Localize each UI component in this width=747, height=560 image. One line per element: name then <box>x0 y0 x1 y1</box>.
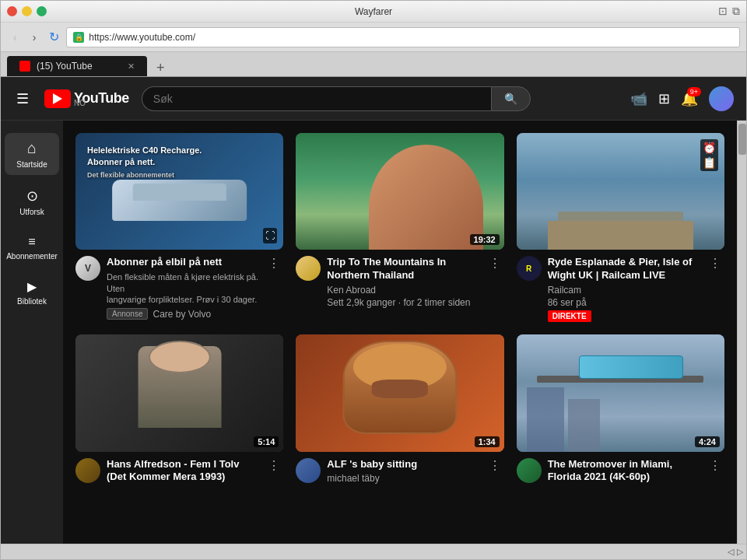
home-icon: ⌂ <box>27 139 37 157</box>
video-meta-3: 86 ser på <box>548 297 700 308</box>
maximize-button[interactable] <box>37 6 47 16</box>
video-duration-2: 19:32 <box>470 234 500 245</box>
video-card-1[interactable]: Helelektriske C40 Recharge.Abonner på ne… <box>75 133 283 322</box>
notifications-button[interactable]: 🔔 9+ <box>681 90 698 107</box>
channel-avatar-4 <box>75 458 100 483</box>
video-title-4: Hans Alfredson - Fem I Tolv (Det Kommer … <box>107 458 258 485</box>
minimize-button[interactable] <box>22 6 32 16</box>
channel-avatar-3: R <box>517 256 542 281</box>
expand-icon: ⛶ <box>263 228 277 243</box>
video-title-1: Abonner på elbil på nett <box>107 256 258 269</box>
playlist-icon[interactable]: 📋 <box>703 156 716 169</box>
video-more-button-6[interactable]: ⋮ <box>706 458 724 473</box>
sidebar-label-library: Bibliotek <box>17 297 47 306</box>
search-button[interactable]: 🔍 <box>491 86 531 111</box>
channel-avatar-2 <box>296 256 321 281</box>
new-tab-button[interactable]: + <box>150 60 171 76</box>
search-container: 🔍 <box>142 86 531 111</box>
live-badge: DIREKTE <box>548 310 591 322</box>
url-bar[interactable]: 🔒 https://www.youtube.com/ <box>66 27 740 47</box>
video-desc-1: Den fleksible måten å kjøre elektrisk på… <box>107 271 258 305</box>
video-title-5: ALF 's baby sitting <box>327 458 479 471</box>
ad-badge: Annonse <box>107 308 148 320</box>
browser-content: ☰ YouTube NO 🔍 📹 ⊞ <box>1 77 746 544</box>
apps-button[interactable]: ⊞ <box>658 90 670 107</box>
menu-button[interactable]: ☰ <box>13 87 32 110</box>
video-thumb-5: 1:34 <box>296 334 503 451</box>
ssl-icon: 🔒 <box>73 32 84 43</box>
close-button[interactable] <box>7 6 17 16</box>
video-more-button-2[interactable]: ⋮ <box>486 256 504 271</box>
video-card-5[interactable]: 1:34 ALF 's baby sitting michael täby ⋮ <box>296 334 503 486</box>
bottom-bar: ◁ ▷ <box>1 544 746 559</box>
scrollbar-right[interactable] <box>737 121 746 544</box>
sidebar-label-home: Startside <box>16 160 47 169</box>
video-card-6[interactable]: 4:24 The Metromover in Miami, Florida 20… <box>517 334 724 486</box>
tab-bar: (15) YouTube ✕ + <box>1 52 746 77</box>
play-icon <box>53 93 62 104</box>
metro-train <box>579 355 683 379</box>
explore-icon: ⊙ <box>26 187 38 205</box>
active-tab[interactable]: (15) YouTube ✕ <box>7 56 147 76</box>
scroll-right-button[interactable]: ▷ <box>737 547 743 557</box>
library-icon: ▶ <box>27 279 37 294</box>
alf-face <box>353 344 447 390</box>
window-control-icon: ⊡ <box>718 5 728 18</box>
notification-badge: 9+ <box>687 87 701 96</box>
clock-icon[interactable]: ⏰ <box>703 142 716 154</box>
pier-structure <box>558 212 682 221</box>
forward-button[interactable]: › <box>26 27 43 47</box>
video-title-6: The Metromover in Miami, Florida 2021 (4… <box>548 458 700 485</box>
video-card-3[interactable]: ⏰ 📋 R Ryde Esplanade & Pier, Isle of Wig… <box>517 133 724 322</box>
video-info-6: The Metromover in Miami, Florida 2021 (4… <box>517 458 724 487</box>
video-details-2: Trip To The Mountains In Northern Thaila… <box>327 256 479 308</box>
video-info-5: ALF 's baby sitting michael täby ⋮ <box>296 458 503 486</box>
video-ad-info: Annonse Care by Volvo <box>107 308 258 320</box>
video-grid: Helelektriske C40 Recharge.Abonner på ne… <box>75 133 724 486</box>
car-roof <box>133 184 226 201</box>
video-details-1: Abonner på elbil på nett Den fleksible m… <box>107 256 258 320</box>
ad-sponsor: Care by Volvo <box>153 309 211 320</box>
building1 <box>527 387 564 452</box>
video-more-button-5[interactable]: ⋮ <box>486 458 504 473</box>
window-title: Wayfarer <box>355 6 392 17</box>
sidebar-item-subscriptions[interactable]: ≡ Abonnementer <box>5 229 59 267</box>
youtube-body: ⌂ Startside ⊙ Utforsk ≡ Abonnementer ▶ B… <box>1 121 746 544</box>
video-more-button-4[interactable]: ⋮ <box>265 458 283 473</box>
video-details-3: Ryde Esplanade & Pier, Isle of Wight UK … <box>548 256 700 322</box>
url-text: https://www.youtube.com/ <box>89 32 195 43</box>
scrollbar-thumb[interactable] <box>738 124 746 155</box>
video-more-button-3[interactable]: ⋮ <box>706 256 724 271</box>
alf-snout <box>372 380 428 398</box>
tab-close-button[interactable]: ✕ <box>128 61 135 72</box>
sidebar: ⌂ Startside ⊙ Utforsk ≡ Abonnementer ▶ B… <box>1 121 63 544</box>
header-actions: 📹 ⊞ 🔔 9+ <box>630 86 734 111</box>
channel-avatar-6 <box>517 458 542 483</box>
back-button[interactable]: ‹ <box>7 27 23 47</box>
video-thumb-3: ⏰ 📋 <box>517 133 724 250</box>
search-input[interactable] <box>142 86 491 111</box>
video-card-2[interactable]: 19:32 Trip To The Mountains In Northern … <box>296 133 503 322</box>
create-video-button[interactable]: 📹 <box>630 90 647 107</box>
youtube-logo[interactable]: YouTube NO <box>44 89 129 108</box>
video-info-4: Hans Alfredson - Fem I Tolv (Det Kommer … <box>75 458 283 487</box>
video-channel-3: Railcam <box>548 285 700 296</box>
thumb-overlay-text: Helelektriske C40 Recharge.Abonner på ne… <box>87 145 202 180</box>
sidebar-item-explore[interactable]: ⊙ Utforsk <box>5 181 59 222</box>
video-more-button-1[interactable]: ⋮ <box>265 256 283 271</box>
video-grid-container: Helelektriske C40 Recharge.Abonner på ne… <box>63 121 737 544</box>
title-bar: Wayfarer ⊡ ⧉ <box>1 1 746 23</box>
sidebar-label-subscriptions: Abonnementer <box>6 252 58 261</box>
avatar[interactable] <box>709 86 734 111</box>
person-head <box>149 341 211 373</box>
video-card-4[interactable]: 5:14 Hans Alfredson - Fem I Tolv (Det Ko… <box>75 334 283 486</box>
refresh-button[interactable]: ↻ <box>45 28 63 46</box>
tab-favicon <box>19 61 30 72</box>
video-details-6: The Metromover in Miami, Florida 2021 (4… <box>548 458 700 487</box>
sidebar-item-home[interactable]: ⌂ Startside <box>5 133 59 175</box>
sidebar-item-library[interactable]: ▶ Bibliotek <box>5 273 59 312</box>
video-meta-2: Sett 2,9k ganger · for 2 timer siden <box>327 297 479 308</box>
scroll-left-button[interactable]: ◁ <box>728 547 734 557</box>
subscriptions-icon: ≡ <box>28 235 35 249</box>
video-info-2: Trip To The Mountains In Northern Thaila… <box>296 256 503 308</box>
